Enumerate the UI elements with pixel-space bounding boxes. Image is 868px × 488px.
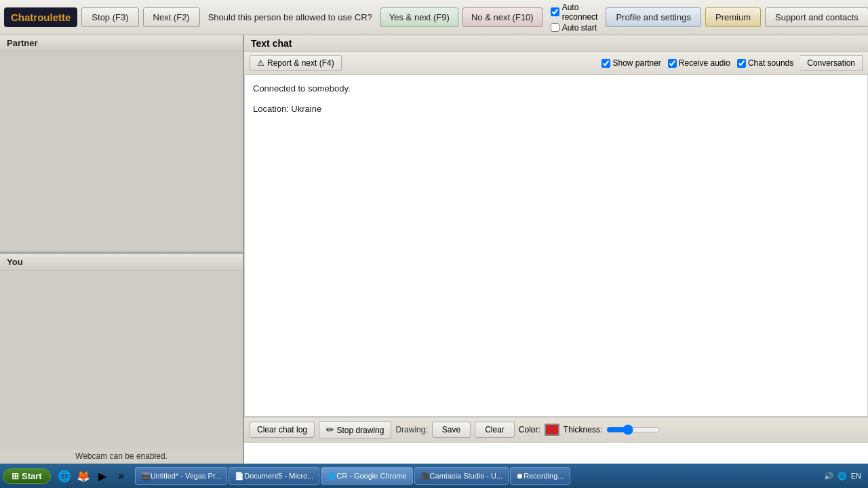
taskbar-vegas-label: Untitled* - Vegas Pr... [151,472,222,480]
taskbar-word-label: Document5 - Micro... [244,472,313,480]
auto-options: Auto reconnect Auto start [551,3,598,33]
firefox-icon[interactable]: 🦊 [75,468,92,484]
chat-input-row [244,442,868,464]
taskbar-recording-btn[interactable]: ⏺ Recording... [510,467,570,485]
taskbar-word-btn[interactable]: 📄 Document5 - Micro... [229,467,319,485]
color-label: Color: [519,425,540,434]
taskbar-word-icon: 📄 [235,472,244,481]
partner-label: Partner [0,35,243,52]
support-contacts-button[interactable]: Support and contacts [765,7,868,27]
yes-next-button[interactable]: Yes & next (F9) [380,7,458,27]
taskbar: ⊞ Start 🌐 🦊 ▶ » 🎬 Untitled* - Vegas Pr..… [0,464,868,488]
premium-button[interactable]: Premium [705,7,761,27]
show-partner-label: Show partner [612,58,660,68]
thickness-slider[interactable] [606,424,660,435]
receive-audio-checkbox[interactable] [668,59,677,68]
taskbar-chrome-btn[interactable]: 🌐 CR - Google Chrome [321,467,412,485]
taskbar-vegas-btn[interactable]: 🎬 Untitled* - Vegas Pr... [135,467,228,485]
question-text: Should this person be allowed to use CR? [208,12,372,22]
clear-chat-log-button[interactable]: Clear chat log [250,422,315,438]
topbar: Chatroulette Stop (F3) Next (F2) Should … [0,0,868,35]
taskbar-camtasia-icon: 🎥 [420,472,430,481]
arrow-icon[interactable]: » [113,468,130,484]
taskbar-recording-label: Recording... [524,472,564,480]
chat-controls: Clear chat log ✏ Stop drawing Drawing: S… [244,417,868,442]
stop-drawing-label: Stop drawing [336,426,384,435]
left-panel: Partner You Webcam can be enabled. [0,35,244,464]
auto-reconnect-checkbox[interactable] [551,7,559,16]
taskbar-vegas-icon: 🎬 [141,472,151,481]
receive-audio-option: Receive audio [668,58,730,68]
start-label: Start [22,471,42,481]
show-partner-checkbox[interactable] [601,59,610,68]
chat-toolbar: ⚠ Report & next (F4) Show partner Receiv… [244,52,868,75]
ie-icon[interactable]: 🌐 [56,468,73,484]
location-message: Location: Ukraine [253,104,859,114]
right-panel: Text chat ⚠ Report & next (F4) Show part… [244,35,868,464]
chat-area[interactable]: Connected to somebody. Location: Ukraine [244,75,868,417]
partner-video [0,52,243,251]
chat-input[interactable] [244,443,868,464]
time-display: EN [851,472,861,480]
network-icon[interactable]: 🌐 [837,472,847,481]
auto-reconnect-label: Auto reconnect [562,3,598,22]
you-label: You [0,254,243,270]
conversation-tab[interactable]: Conversation [800,55,863,71]
speaker-icon[interactable]: 🔊 [824,472,833,481]
report-btn-label: Report & next (F4) [267,58,334,68]
chat-sounds-label: Chat sounds [748,58,793,68]
show-partner-option: Show partner [601,58,660,68]
taskbar-camtasia-btn[interactable]: 🎥 Camtasia Studio - U... [414,467,509,485]
connected-message: Connected to somebody. [253,83,859,94]
taskbar-tray: 🔊 🌐 EN [820,472,865,481]
profile-settings-button[interactable]: Profile and settings [606,7,701,27]
text-chat-header: Text chat [244,35,868,52]
you-video [0,270,243,449]
save-drawing-button[interactable]: Save [432,422,471,438]
receive-audio-label: Receive audio [679,58,730,68]
main-area: Partner You Webcam can be enabled. Text … [0,35,868,464]
next-button[interactable]: Next (F2) [143,7,200,27]
webcam-notice: Webcam can be enabled. [0,449,243,464]
auto-start-checkbox[interactable] [551,23,559,32]
chat-options: Show partner Receive audio Chat sounds C… [601,55,863,71]
taskbar-chrome-label: CR - Google Chrome [336,472,406,480]
pencil-icon: ✏ [326,424,334,435]
clear-drawing-button[interactable]: Clear [475,422,515,438]
no-next-button[interactable]: No & next (F10) [462,7,542,27]
thickness-label: Thickness: [564,425,602,434]
stop-drawing-button[interactable]: ✏ Stop drawing [319,421,391,439]
taskbar-chrome-icon: 🌐 [327,472,336,481]
auto-start-label: Auto start [562,23,597,33]
chat-sounds-checkbox[interactable] [737,59,746,68]
start-button[interactable]: ⊞ Start [3,468,51,484]
report-next-button[interactable]: ⚠ Report & next (F4) [250,55,342,71]
drawing-label: Drawing: [395,425,427,434]
stop-button[interactable]: Stop (F3) [81,7,138,27]
taskbar-camtasia-label: Camtasia Studio - U... [430,472,503,480]
logo[interactable]: Chatroulette [4,7,77,27]
media-icon[interactable]: ▶ [94,468,111,484]
taskbar-quick-icons: 🌐 🦊 ▶ » [56,468,130,484]
color-swatch[interactable] [545,424,559,436]
windows-icon: ⊞ [12,471,19,481]
taskbar-rec-icon: ⏺ [516,472,524,480]
chat-sounds-option: Chat sounds [737,58,793,68]
report-icon: ⚠ [257,58,264,68]
